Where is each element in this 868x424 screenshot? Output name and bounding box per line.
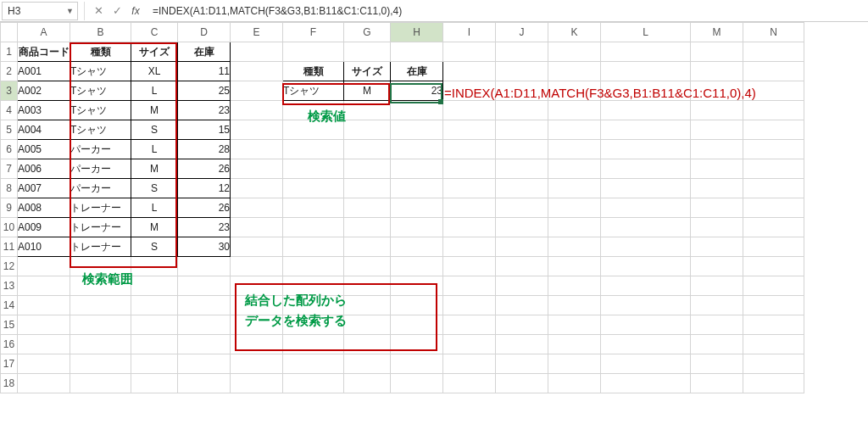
cell-G9[interactable] [344,198,391,218]
cell-I7[interactable] [443,159,496,179]
cell-N17[interactable] [743,354,804,374]
cell-B8[interactable]: パーカー [70,179,131,198]
cell-N8[interactable] [743,179,804,198]
cell-A10[interactable]: A009 [18,218,70,237]
cell-L8[interactable] [601,179,691,198]
cell-G11[interactable] [344,237,391,257]
cancel-icon[interactable]: ✕ [90,3,107,20]
cell-K2[interactable] [548,62,601,81]
cell-K13[interactable] [548,276,601,296]
cell-B18[interactable] [70,374,131,393]
cell-K6[interactable] [548,140,601,159]
cell-H13[interactable] [391,276,443,296]
cell-D4[interactable]: 23 [178,101,231,120]
cell-D15[interactable] [178,315,231,335]
formula-input[interactable] [149,2,868,20]
cell-A2[interactable]: A001 [18,62,70,81]
cell-M16[interactable] [691,335,743,354]
col-header-H[interactable]: H [391,23,443,42]
cell-E10[interactable] [231,218,283,237]
cell-H8[interactable] [391,179,443,198]
cell-J17[interactable] [496,354,548,374]
cell-J5[interactable] [496,120,548,140]
cell-I9[interactable] [443,198,496,218]
cell-C12[interactable] [131,257,178,276]
col-header-J[interactable]: J [496,23,548,42]
col-header-B[interactable]: B [70,23,131,42]
cell-A14[interactable] [18,296,70,315]
cell-M10[interactable] [691,218,743,237]
cell-E11[interactable] [231,237,283,257]
cell-N15[interactable] [743,315,804,335]
cell-D3[interactable]: 25 [178,81,231,101]
enter-icon[interactable]: ✓ [108,3,125,20]
cell-G7[interactable] [344,159,391,179]
cell-F11[interactable] [283,237,344,257]
cell-I8[interactable] [443,179,496,198]
cell-M8[interactable] [691,179,743,198]
chevron-down-icon[interactable]: ▼ [66,7,74,15]
cell-M15[interactable] [691,315,743,335]
cell-I10[interactable] [443,218,496,237]
cell-L4[interactable] [601,101,691,120]
cell-M11[interactable] [691,237,743,257]
cell-K18[interactable] [548,374,601,393]
cell-E5[interactable] [231,120,283,140]
cell-H9[interactable] [391,198,443,218]
cell-D10[interactable]: 23 [178,218,231,237]
cell-N13[interactable] [743,276,804,296]
cell-G10[interactable] [344,218,391,237]
cell-J12[interactable] [496,257,548,276]
cell-M13[interactable] [691,276,743,296]
cell-N12[interactable] [743,257,804,276]
cell-K9[interactable] [548,198,601,218]
cell-N16[interactable] [743,335,804,354]
cell-L15[interactable] [601,315,691,335]
row-header-1[interactable]: 1 [1,42,18,62]
cell-I11[interactable] [443,237,496,257]
cell-I13[interactable] [443,276,496,296]
cell-E1[interactable] [231,42,283,62]
cell-A16[interactable] [18,335,70,354]
cell-N18[interactable] [743,374,804,393]
cell-M1[interactable] [691,42,743,62]
cell-H14[interactable] [391,296,443,315]
row-header-10[interactable]: 10 [1,218,18,237]
cell-I4[interactable] [443,101,496,120]
cell-N14[interactable] [743,296,804,315]
cell-G1[interactable] [344,42,391,62]
cell-F9[interactable] [283,198,344,218]
row-header-3[interactable]: 3 [1,81,18,101]
cell-A17[interactable] [18,354,70,374]
cell-E7[interactable] [231,159,283,179]
spreadsheet-grid[interactable]: ABCDEFGHIJKLMN1商品コード種類サイズ在庫2A001TシャツXL11… [0,22,868,393]
cell-N9[interactable] [743,198,804,218]
cell-J9[interactable] [496,198,548,218]
cell-E12[interactable] [231,257,283,276]
cell-E6[interactable] [231,140,283,159]
cell-B2[interactable]: Tシャツ [70,62,131,81]
cell-D8[interactable]: 12 [178,179,231,198]
col-header-L[interactable]: L [601,23,691,42]
cell-K11[interactable] [548,237,601,257]
cell-H18[interactable] [391,374,443,393]
cell-B4[interactable]: Tシャツ [70,101,131,120]
col-header-M[interactable]: M [691,23,743,42]
cell-L1[interactable] [601,42,691,62]
cell-H2[interactable]: 在庫 [391,62,443,81]
cell-K7[interactable] [548,159,601,179]
cell-J13[interactable] [496,276,548,296]
cell-C3[interactable]: L [131,81,178,101]
cell-B15[interactable] [70,315,131,335]
cell-L10[interactable] [601,218,691,237]
row-header-11[interactable]: 11 [1,237,18,257]
cell-A5[interactable]: A004 [18,120,70,140]
cell-J6[interactable] [496,140,548,159]
cell-L18[interactable] [601,374,691,393]
cell-D11[interactable]: 30 [178,237,231,257]
cell-E18[interactable] [231,374,283,393]
cell-K16[interactable] [548,335,601,354]
cell-D1[interactable]: 在庫 [178,42,231,62]
cell-I1[interactable] [443,42,496,62]
cell-E16[interactable] [231,335,283,354]
